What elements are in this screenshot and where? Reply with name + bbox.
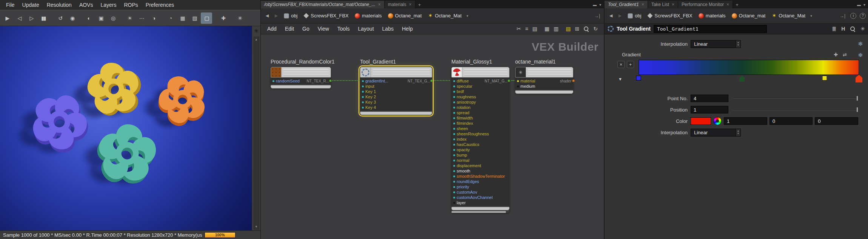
color-swatch[interactable] xyxy=(691,117,711,125)
input-connector[interactable] xyxy=(362,91,364,93)
list-view-icon[interactable]: ▥ xyxy=(554,26,559,32)
pane-maximize-icon[interactable]: ▬ xyxy=(857,3,861,7)
breadcrumb-octane-mat[interactable]: Octane_mat xyxy=(729,12,768,20)
viewport-scrollbar[interactable]: ▲ ▼ xyxy=(254,37,259,230)
input-connector[interactable] xyxy=(453,181,455,183)
menu-layout[interactable]: Layout xyxy=(354,24,378,34)
node-options-icon[interactable]: ✳ xyxy=(860,26,865,32)
input-connector[interactable] xyxy=(453,154,455,156)
spinner-down-icon[interactable]: ▼ xyxy=(737,44,739,47)
slider-handle[interactable] xyxy=(856,96,858,101)
tab-take-list[interactable]: Take List× xyxy=(648,1,678,8)
input-connector[interactable] xyxy=(453,128,455,130)
input-connector[interactable] xyxy=(517,85,519,87)
breadcrumb-screwsfbx-fbx[interactable]: ScrewsFBX_FBX xyxy=(645,12,695,20)
input-connector[interactable] xyxy=(453,123,455,124)
input-connector[interactable] xyxy=(362,107,364,109)
help-icon[interactable]: ? xyxy=(860,13,866,19)
info-icon[interactable]: i xyxy=(850,13,856,19)
input-connector[interactable] xyxy=(517,80,519,82)
slider-handle[interactable] xyxy=(856,107,858,112)
node-output-bar-2[interactable] xyxy=(451,211,506,213)
display-options-icon[interactable]: ✳ xyxy=(254,26,259,34)
menu-resolution[interactable]: Resolution xyxy=(43,0,75,10)
info-sheet-icon[interactable]: ▤ xyxy=(532,26,537,32)
connector-dot[interactable] xyxy=(430,79,433,82)
menu-tools[interactable]: Tools xyxy=(333,24,354,34)
render-viewport[interactable] xyxy=(0,26,252,230)
ramp-flip-icon[interactable]: ⇄ xyxy=(843,52,847,57)
pan-icon[interactable]: ✚ xyxy=(217,12,229,24)
tab-obj-screwsfbx-fbx-materials-octane-mat-o[interactable]: /obj/ScrewsFBX_FBX/materials/Octane_mat/… xyxy=(261,1,385,8)
node-body[interactable]: gradientInt...NT_TEX_G...inputKey 1Key 2… xyxy=(360,67,432,115)
color-wheel-icon[interactable] xyxy=(713,117,722,125)
tone-icon[interactable]: ◑ xyxy=(148,12,159,24)
menu-preferences[interactable]: Preferences xyxy=(142,0,178,10)
grid-icon[interactable]: ▦ xyxy=(177,12,188,24)
connector-dot[interactable] xyxy=(329,79,332,82)
ramp-marker-strip[interactable] xyxy=(639,75,859,82)
interpolation-spinner[interactable]: ▲ ▼ xyxy=(736,40,741,48)
input-connector[interactable] xyxy=(453,165,455,167)
path-menu-icon[interactable]: ▾ xyxy=(465,14,470,18)
node-output-bar[interactable] xyxy=(271,85,331,88)
input-connector[interactable] xyxy=(453,144,455,146)
menu-help[interactable]: Help xyxy=(398,24,417,34)
ramp-marker[interactable] xyxy=(822,76,827,81)
interpolation-freeze-icon[interactable]: ❄ xyxy=(858,40,863,47)
ramp-marker[interactable] xyxy=(739,76,745,82)
node-body[interactable]: randomSeedNT_TEX_R... xyxy=(271,67,331,88)
node-tool-gradient1[interactable]: Tool_Gradient1gradientInt...NT_TEX_G...i… xyxy=(360,59,432,115)
input-connector[interactable] xyxy=(453,160,455,161)
thumbnail-view-icon[interactable]: ▦ xyxy=(545,26,549,32)
tab-materials[interactable]: materials× xyxy=(385,1,416,8)
node-body[interactable]: materialshadermedium xyxy=(515,67,573,94)
geometry-icon[interactable]: ▧ xyxy=(189,12,200,24)
menu-aovs[interactable]: AOVs xyxy=(75,0,97,10)
breadcrumb-screwsfbx-fbx[interactable]: ScrewsFBX_FBX xyxy=(301,12,351,20)
cut-icon[interactable]: ✂ xyxy=(517,26,521,32)
breadcrumb-octane-mat[interactable]: ✶Octane_Mat xyxy=(769,12,808,20)
pin-path-icon[interactable]: →| xyxy=(840,13,847,19)
input-connector[interactable] xyxy=(453,112,455,114)
layout-icon[interactable]: ⊞ xyxy=(575,26,580,32)
tab-performance-monitor[interactable]: Performance Monitor× xyxy=(678,1,733,8)
parm-layout-icon[interactable]: ≣ xyxy=(832,26,836,32)
input-connector[interactable] xyxy=(362,80,364,82)
menu-labs[interactable]: Labs xyxy=(378,24,398,34)
close-tab-icon[interactable]: × xyxy=(378,2,381,7)
input-connector[interactable] xyxy=(362,96,364,98)
menu-rops[interactable]: ROPs xyxy=(120,0,142,10)
input-connector[interactable] xyxy=(453,101,455,103)
node-body[interactable]: diffuseNT_MAT_G...specularbrdfroughnessa… xyxy=(451,67,509,213)
node-name-input[interactable] xyxy=(654,25,767,33)
input-connector[interactable] xyxy=(453,96,455,98)
menu-go[interactable]: Go xyxy=(298,24,314,34)
color-g-input[interactable]: 0 xyxy=(770,117,813,125)
input-connector[interactable] xyxy=(453,138,455,140)
pin-path-icon[interactable]: →| xyxy=(594,13,602,19)
region-icon[interactable]: ▢ xyxy=(201,12,212,24)
close-tab-icon[interactable]: × xyxy=(642,2,644,7)
input-connector[interactable] xyxy=(453,80,455,82)
timer-icon[interactable]: ◔ xyxy=(165,12,176,24)
menu-layers[interactable]: Layers xyxy=(97,0,120,10)
node-procedural-randomcolor1[interactable]: Procedural_RandomColor1randomSeedNT_TEX_… xyxy=(271,59,331,88)
connector-dot[interactable] xyxy=(508,79,510,82)
position-input[interactable]: 1 xyxy=(691,106,728,113)
position-slider[interactable] xyxy=(733,106,858,113)
node-material-glossy1[interactable]: Material_Glossy1diffuseNT_MAT_G...specul… xyxy=(451,59,509,213)
nav-back-icon[interactable]: ◀ xyxy=(607,12,615,20)
menu-update[interactable]: Update xyxy=(18,0,43,10)
scroll-down-icon[interactable]: ▼ xyxy=(255,225,258,228)
key-interpolation-dropdown[interactable]: Linear xyxy=(691,129,736,137)
nav-forward-icon[interactable]: ▶ xyxy=(616,12,624,20)
ramp-marker[interactable] xyxy=(856,75,862,83)
node-output-bar[interactable] xyxy=(360,112,432,115)
breadcrumb-obj[interactable]: obj xyxy=(625,12,644,20)
settings-icon[interactable]: ✳ xyxy=(234,12,245,24)
input-connector[interactable] xyxy=(453,191,455,193)
input-connector[interactable] xyxy=(453,85,455,87)
pane-maximize-icon[interactable]: ▬ xyxy=(593,3,597,7)
search-icon[interactable] xyxy=(850,26,856,32)
